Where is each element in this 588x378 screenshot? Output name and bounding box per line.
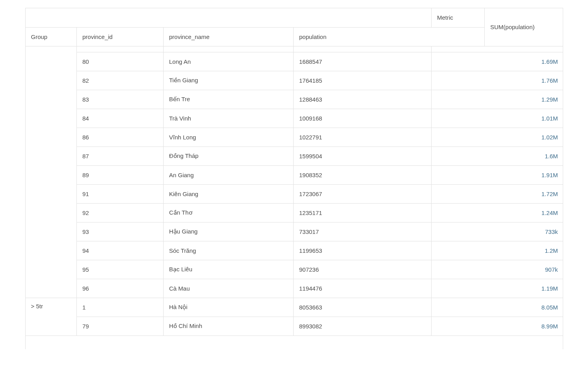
table-row[interactable]: 87Đồng Tháp15995041.6M	[26, 146, 563, 165]
table-row[interactable]: 83Bến Tre12884631.29M	[26, 90, 563, 109]
cell-province-id: 84	[77, 109, 164, 128]
group-cell: > 5tr	[26, 298, 77, 335]
cell-population: 1908352	[294, 165, 432, 184]
cell-province-id: 80	[77, 52, 164, 71]
cell-province-id: 83	[77, 90, 164, 109]
cell-sum-population: 1.69M	[432, 52, 563, 71]
cell-sum-population: 1.19M	[432, 279, 563, 298]
cell-sum-population: 907k	[432, 260, 563, 279]
cell-sum-population: 1.72M	[432, 184, 563, 203]
cell-province-id: 96	[77, 279, 164, 298]
cell-sum-population: 1.01M	[432, 109, 563, 128]
cell-province-name: Trà Vinh	[164, 109, 294, 128]
group-cell	[26, 46, 77, 298]
cell-population: 1723067	[294, 184, 432, 203]
cell-province-name: Hồ Chí Minh	[164, 317, 294, 335]
table-row[interactable]: 86Vĩnh Long10227911.02M	[26, 128, 563, 146]
cell-province-name: Hậu Giang	[164, 222, 294, 241]
cell-province-name: Cần Thơ	[164, 203, 294, 222]
header-province-id[interactable]: province_id	[77, 27, 164, 46]
cell-province-id: 89	[77, 165, 164, 184]
cell-province-id: 95	[77, 260, 164, 279]
cell-sum-population: 8.05M	[432, 298, 563, 317]
table-row[interactable]: 95Bạc Liêu907236907k	[26, 260, 563, 279]
cell-province-name: Bà Rịa - Vũng Tàu	[164, 46, 294, 52]
table-row[interactable]: > 5tr1Hà Nội80536638.05M	[26, 298, 563, 317]
cell-province-name: Tiền Giang	[164, 71, 294, 90]
cell-population: 1764185	[294, 71, 432, 90]
pivot-table: Metric SUM(population) Group province_id…	[25, 8, 563, 349]
cell-province-id: 87	[77, 146, 164, 165]
cell-population: 1148313	[294, 46, 432, 52]
table-body-scroll[interactable]: 77Bà Rịa - Vũng Tàu11483131.15M80Long An…	[26, 46, 563, 349]
cell-sum-population: 1.02M	[432, 128, 563, 146]
header-blank-top	[26, 8, 432, 27]
cell-province-name: Kiên Giang	[164, 184, 294, 203]
cell-province-name: Đồng Tháp	[164, 146, 294, 165]
table-header: Metric SUM(population) Group province_id…	[26, 8, 563, 46]
cell-population: 1199653	[294, 241, 432, 260]
cell-province-id: 77	[77, 46, 164, 52]
cell-sum-population: 1.15M	[432, 46, 563, 52]
cell-population: 1599504	[294, 146, 432, 165]
cell-population: 733017	[294, 222, 432, 241]
cell-sum-population: 1.2M	[432, 241, 563, 260]
cell-province-name: Hà Nội	[164, 298, 294, 317]
table-row[interactable]: 94Sóc Trăng11996531.2M	[26, 241, 563, 260]
cell-population: 1009168	[294, 109, 432, 128]
header-province-name[interactable]: province_name	[164, 27, 294, 46]
cell-sum-population: 1.91M	[432, 165, 563, 184]
cell-province-name: Cà Mau	[164, 279, 294, 298]
table-row[interactable]: 93Hậu Giang733017733k	[26, 222, 563, 241]
cell-province-name: An Giang	[164, 165, 294, 184]
cell-province-id: 92	[77, 203, 164, 222]
cell-sum-population: 1.76M	[432, 71, 563, 90]
table-row[interactable]: 79Hồ Chí Minh89930828.99M	[26, 317, 563, 335]
cell-sum-population: 733k	[432, 222, 563, 241]
cell-province-name: Sóc Trăng	[164, 241, 294, 260]
cell-sum-population: 1.29M	[432, 90, 563, 109]
cell-province-id: 86	[77, 128, 164, 146]
table-row[interactable]: 91Kiên Giang17230671.72M	[26, 184, 563, 203]
header-metric[interactable]: Metric	[432, 8, 485, 27]
table-row[interactable]: 84Trà Vinh10091681.01M	[26, 109, 563, 128]
cell-province-name: Vĩnh Long	[164, 128, 294, 146]
cell-population: 1688547	[294, 52, 432, 71]
cell-province-id: 93	[77, 222, 164, 241]
header-sum-population[interactable]: SUM(population)	[485, 8, 563, 46]
table-row[interactable]: 77Bà Rịa - Vũng Tàu11483131.15M	[26, 46, 563, 52]
cell-province-id: 94	[77, 241, 164, 260]
table-row[interactable]: 82Tiền Giang17641851.76M	[26, 71, 563, 90]
cell-sum-population: 1.24M	[432, 203, 563, 222]
cell-province-id: 1	[77, 298, 164, 317]
table-row[interactable]: 96Cà Mau11944761.19M	[26, 279, 563, 298]
table-body: 77Bà Rịa - Vũng Tàu11483131.15M80Long An…	[26, 46, 563, 336]
cell-population: 8993082	[294, 317, 432, 335]
cell-population: 1022791	[294, 128, 432, 146]
cell-province-id: 79	[77, 317, 164, 335]
cell-province-name: Bến Tre	[164, 90, 294, 109]
header-group[interactable]: Group	[26, 27, 77, 46]
cell-population: 907236	[294, 260, 432, 279]
cell-sum-population: 8.99M	[432, 317, 563, 335]
cell-province-id: 91	[77, 184, 164, 203]
cell-province-id: 82	[77, 71, 164, 90]
table-row[interactable]: 89An Giang19083521.91M	[26, 165, 563, 184]
cell-population: 8053663	[294, 298, 432, 317]
table-row[interactable]: 80Long An16885471.69M	[26, 52, 563, 71]
cell-population: 1235171	[294, 203, 432, 222]
cell-population: 1194476	[294, 279, 432, 298]
table-row[interactable]: 92Cần Thơ12351711.24M	[26, 203, 563, 222]
header-population[interactable]: population	[294, 27, 485, 46]
cell-population: 1288463	[294, 90, 432, 109]
cell-province-name: Bạc Liêu	[164, 260, 294, 279]
cell-province-name: Long An	[164, 52, 294, 71]
cell-sum-population: 1.6M	[432, 146, 563, 165]
